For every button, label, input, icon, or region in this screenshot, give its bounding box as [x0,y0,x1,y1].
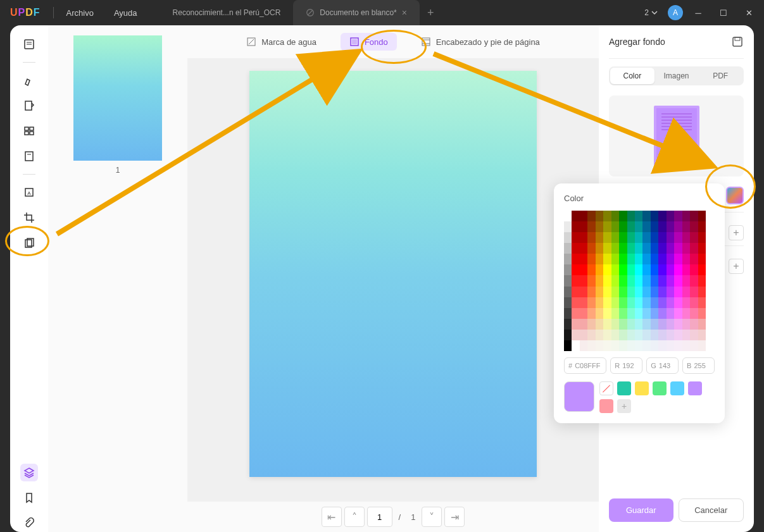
new-tab-button[interactable]: + [420,6,442,20]
cancel-button[interactable]: Cancelar [679,498,744,522]
close-icon[interactable]: × [402,8,407,18]
draft-icon [306,8,315,17]
notification-badge[interactable]: 2 [639,6,663,20]
no-color-swatch[interactable] [599,381,613,395]
background-icon [349,37,360,47]
tab-strip: Reconocimient...n el Perú_OCR Documento … [160,0,640,25]
crop-icon[interactable] [20,209,38,226]
g-input[interactable]: G143 [646,357,679,374]
watermark-label: Marca de agua [261,37,316,47]
thumbnail-number: 1 [116,166,120,175]
panel-header: Agregar fondo [609,35,744,48]
svg-line-1 [308,11,313,15]
background-label: Fondo [365,37,388,47]
r-input[interactable]: R192 [610,357,642,374]
divider [23,174,35,175]
first-page-button[interactable]: ⇤ [322,507,342,527]
color-swatch[interactable] [635,381,649,395]
color-swatch[interactable] [670,381,684,395]
header-footer-icon [421,37,431,47]
watermark-icon [246,37,256,47]
background-type-tabs: Color Imagen PDF [609,66,744,85]
divider [609,58,744,59]
menu-help[interactable]: Ayuda [104,8,147,18]
layers-icon[interactable] [20,464,38,481]
hex-input[interactable]: #C08FFF [564,357,606,374]
attachment-icon[interactable] [20,514,38,532]
chevron-down-icon [651,9,658,16]
header-footer-button[interactable]: Encabezado y pie de página [412,33,549,51]
tab-label: Documento en blanco* [320,8,396,17]
color-grid[interactable] [564,211,706,351]
last-page-button[interactable]: ⇥ [444,507,465,527]
reader-icon[interactable] [20,35,38,53]
tab-document-1[interactable]: Reconocimient...n el Perú_OCR [160,0,294,25]
page-navigation: ⇤ ˄ / 1 ˅ ⇥ [187,502,599,532]
maximize-button[interactable]: ☐ [713,3,734,23]
svg-line-17 [249,39,254,44]
form-icon[interactable] [20,147,38,165]
current-color-swatch [564,381,594,412]
add-color-button[interactable]: + [617,399,631,413]
preview-page [654,106,699,166]
svg-rect-7 [30,127,34,130]
bookmark-icon[interactable] [20,489,38,507]
save-preset-icon[interactable] [731,35,744,48]
tab-pdf[interactable]: PDF [698,68,742,84]
svg-rect-9 [30,132,34,135]
panel-title: Agregar fondo [609,37,665,47]
minimize-button[interactable]: ─ [688,3,708,23]
add-button[interactable]: + [729,225,744,240]
svg-rect-6 [25,127,28,130]
svg-rect-23 [733,37,742,46]
header-footer-label: Encabezado y pie de página [436,37,540,47]
next-page-button[interactable]: ˅ [422,507,442,527]
watermark-button[interactable]: Marca de agua [237,33,325,51]
notif-count: 2 [644,8,649,17]
color-swatch[interactable] [617,381,631,395]
page-tools-toolbar: Marca de agua Fondo Encabezado y pie de … [187,25,599,58]
app-logo: UPDF [0,7,51,18]
prev-page-button[interactable]: ˄ [344,507,365,527]
svg-rect-8 [25,132,28,135]
tab-color[interactable]: Color [610,68,654,84]
page-number-input[interactable] [367,507,392,527]
close-button[interactable]: ✕ [739,3,759,23]
tab-document-2[interactable]: Documento en blanco* × [293,0,420,25]
save-button[interactable]: Guardar [609,498,673,522]
background-preview [609,96,744,176]
add-button[interactable]: + [729,259,744,274]
organize-icon[interactable] [20,122,38,140]
highlighter-icon[interactable] [20,71,38,89]
color-swatch[interactable] [688,381,702,395]
page-tools-icon[interactable] [20,234,38,252]
ocr-icon[interactable]: A [20,183,38,201]
page-separator: / [395,512,405,522]
color-picker-popup: Color #C08FFF R192 G143 B255 + [554,183,725,423]
page-viewport[interactable] [187,58,599,502]
page-thumbnail[interactable] [73,35,162,161]
svg-rect-5 [25,101,32,110]
tab-label: Reconocimient...n el Perú_OCR [173,8,281,17]
b-input[interactable]: B255 [682,357,715,374]
popup-title: Color [564,194,715,203]
color-swatch[interactable] [653,381,667,395]
menu-file[interactable]: Archivo [56,8,104,18]
avatar[interactable]: A [668,5,683,20]
thumbnail-panel: 1 [48,25,187,532]
color-swatch[interactable] [599,399,613,413]
panel-actions: Guardar Cancelar [609,498,744,522]
background-button[interactable]: Fondo [341,33,397,51]
svg-rect-19 [352,39,357,44]
content-area: 1 Marca de agua Fondo Encabezado y pie d… [48,25,599,532]
color-picker-button[interactable] [726,187,744,204]
recent-colors: + [599,381,715,413]
tab-image[interactable]: Imagen [654,68,699,84]
swatch-row: + [564,381,715,413]
divider [23,62,35,63]
edit-icon[interactable] [20,97,38,114]
page-total: 1 [407,512,419,522]
svg-text:A: A [27,190,31,196]
document-page [249,71,537,477]
window-controls: 2 A ─ ☐ ✕ [639,3,764,23]
